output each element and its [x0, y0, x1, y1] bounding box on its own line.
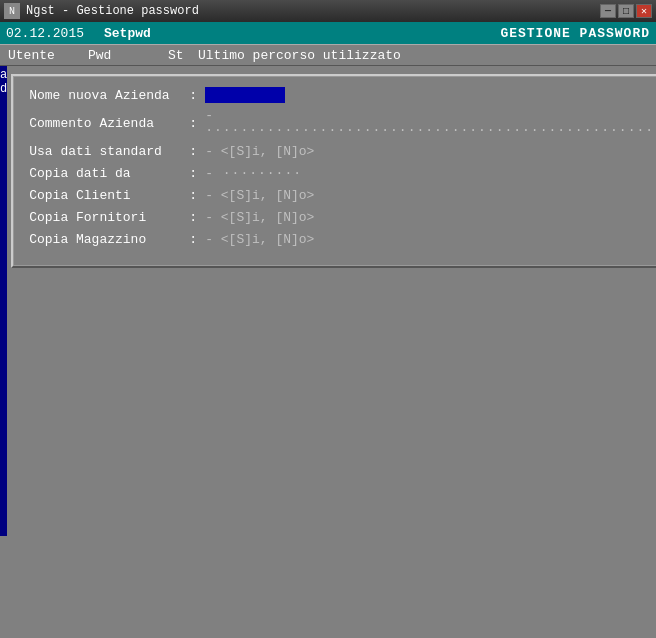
column-headers: Utente Pwd St Ultimo percorso utilizzato: [0, 44, 656, 66]
col-st: St: [168, 48, 198, 63]
form-label-4: Copia Clienti: [29, 188, 189, 203]
dialog-box: Nome nuova Azienda : Commento Azienda : …: [11, 74, 656, 268]
form-row-2: Usa dati standard : - <[S]i, [N]o>: [29, 142, 656, 160]
main-area: a d Nome nuova Azienda : Commento Aziend…: [0, 66, 656, 536]
form-value-5: - <[S]i, [N]o>: [205, 210, 656, 225]
titlebar-title: Ngst - Gestione password: [26, 4, 199, 18]
nome-azienda-input[interactable]: [205, 87, 285, 103]
maximize-button[interactable]: □: [618, 4, 634, 18]
menubar-title: GESTIONE PASSWORD: [500, 26, 650, 41]
form-value-2: - <[S]i, [N]o>: [205, 144, 656, 159]
form-value-6: - <[S]i, [N]o>: [205, 232, 656, 247]
form-colon-5: :: [189, 210, 205, 225]
form-colon-0: :: [189, 88, 205, 103]
app-icon: N: [4, 3, 20, 19]
form-label-3: Copia dati da: [29, 166, 189, 181]
titlebar-left: N Ngst - Gestione password: [4, 3, 199, 19]
left-strip: a d: [0, 66, 7, 536]
minimize-button[interactable]: ─: [600, 4, 616, 18]
form-value-1: - ······································…: [205, 108, 656, 138]
form-label-6: Copia Magazzino: [29, 232, 189, 247]
titlebar: N Ngst - Gestione password ─ □ ✕: [0, 0, 656, 22]
menubar-command: Setpwd: [104, 26, 151, 41]
form-label-5: Copia Fornitori: [29, 210, 189, 225]
form-row-3: Copia dati da : - ·········: [29, 164, 656, 182]
form-colon-2: :: [189, 144, 205, 159]
form-row-1: Commento Azienda : - ···················…: [29, 108, 656, 138]
form-colon-4: :: [189, 188, 205, 203]
form-value-3: - ·········: [205, 166, 656, 181]
col-percorso: Ultimo percorso utilizzato: [198, 48, 648, 63]
form-row-0: Nome nuova Azienda :: [29, 86, 656, 104]
dialog-area: Nome nuova Azienda : Commento Azienda : …: [7, 66, 656, 536]
form-label-0: Nome nuova Azienda: [29, 88, 189, 103]
form-value-4: - <[S]i, [N]o>: [205, 188, 656, 203]
col-pwd: Pwd: [88, 48, 168, 63]
form-colon-1: :: [189, 116, 205, 131]
form-colon-3: :: [189, 166, 205, 181]
form-row-5: Copia Fornitori : - <[S]i, [N]o>: [29, 208, 656, 226]
titlebar-buttons: ─ □ ✕: [600, 4, 652, 18]
close-button[interactable]: ✕: [636, 4, 652, 18]
menubar-date: 02.12.2015: [6, 26, 84, 41]
form-colon-6: :: [189, 232, 205, 247]
form-row-4: Copia Clienti : - <[S]i, [N]o>: [29, 186, 656, 204]
col-utente: Utente: [8, 48, 88, 63]
form-label-1: Commento Azienda: [29, 116, 189, 131]
content-area: [0, 536, 656, 638]
form-label-2: Usa dati standard: [29, 144, 189, 159]
left-strip-char2: d: [0, 82, 7, 96]
left-strip-char1: a: [0, 68, 7, 82]
form-row-6: Copia Magazzino : - <[S]i, [N]o>: [29, 230, 656, 248]
menubar: 02.12.2015 Setpwd GESTIONE PASSWORD: [0, 22, 656, 44]
